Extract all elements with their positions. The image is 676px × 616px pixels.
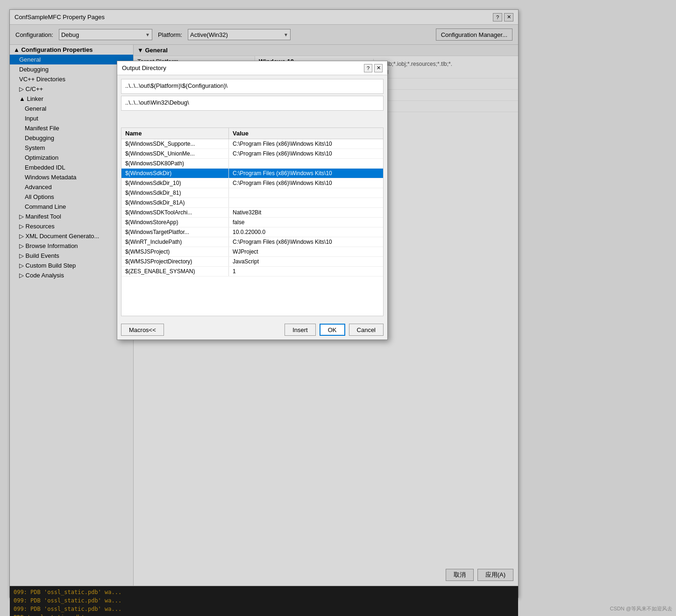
macro-cell-name-2: $(WindowsSDK80Path) xyxy=(121,159,229,168)
macros-button[interactable]: Macros<< xyxy=(121,324,164,336)
insert-button[interactable]: Insert xyxy=(285,324,316,336)
macro-cell-value-3: C:\Program Files (x86)\Windows Kits\10 xyxy=(229,169,383,178)
macro-cell-value-13: 1 xyxy=(229,267,383,276)
macro-cell-value-6 xyxy=(229,198,383,207)
macro-cell-name-12: $(WMSJSProjectDirectory) xyxy=(121,257,229,266)
macro-table[interactable]: $(WindowsSDK_Supporte...C:\Program Files… xyxy=(121,139,384,316)
macro-cell-name-8: $(WindowsStoreApp) xyxy=(121,218,229,227)
macro-cell-value-5 xyxy=(229,188,383,198)
macro-row-3[interactable]: $(WindowsSdkDir)C:\Program Files (x86)\W… xyxy=(121,169,383,178)
macro-row-5[interactable]: $(WindowsSdkDir_81) xyxy=(121,188,383,198)
macro-cell-value-12: JavaScript xyxy=(229,257,383,266)
macro-col-name-header: Name xyxy=(121,128,229,139)
macro-row-2[interactable]: $(WindowsSDK80Path) xyxy=(121,159,383,169)
dialog-bottom: Macros<< Insert OK Cancel xyxy=(117,320,387,340)
macro-row-13[interactable]: $(ZES_ENABLE_SYSMAN)1 xyxy=(121,267,383,276)
macro-cell-value-8: false xyxy=(229,218,383,227)
dialog-close-button[interactable]: ✕ xyxy=(374,64,383,72)
macro-cell-name-4: $(WindowsSdkDir_10) xyxy=(121,178,229,188)
dialog-title-buttons: ? ✕ xyxy=(364,64,383,72)
macro-row-6[interactable]: $(WindowsSdkDir_81A) xyxy=(121,198,383,208)
dialog-text-value1[interactable]: ..\..\..\out\$(Platform)\$(Configuration… xyxy=(121,79,384,94)
macro-cell-name-9: $(WindowsTargetPlatfor... xyxy=(121,227,229,237)
macro-cell-name-1: $(WindowsSDK_UnionMe... xyxy=(121,149,229,158)
macro-cell-value-11: WJProject xyxy=(229,247,383,256)
macro-row-4[interactable]: $(WindowsSdkDir_10)C:\Program Files (x86… xyxy=(121,178,383,188)
macro-cell-value-0: C:\Program Files (x86)\Windows Kits\10 xyxy=(229,139,383,149)
macro-cell-value-2 xyxy=(229,159,383,168)
dialog-title: Output Directory xyxy=(122,64,166,71)
cancel-dialog-button[interactable]: Cancel xyxy=(349,324,384,336)
macro-row-12[interactable]: $(WMSJSProjectDirectory)JavaScript xyxy=(121,257,383,267)
ok-button[interactable]: OK xyxy=(320,324,345,336)
macro-col-value-header: Value xyxy=(229,128,383,139)
macro-cell-name-10: $(WinRT_IncludePath) xyxy=(121,237,229,247)
dialog-action-buttons: Insert OK Cancel xyxy=(285,324,384,336)
dialog-text-value2[interactable]: ..\..\..\out\Win32\Debug\ xyxy=(121,96,384,111)
macro-cell-name-5: $(WindowsSdkDir_81) xyxy=(121,188,229,198)
macro-cell-name-7: $(WindowsSDKToolArchi... xyxy=(121,208,229,217)
macro-cell-value-10: C:\Program Files (x86)\Windows Kits\10 xyxy=(229,237,383,247)
macro-row-1[interactable]: $(WindowsSDK_UnionMe...C:\Program Files … xyxy=(121,149,383,159)
macro-cell-name-11: $(WMSJSProject) xyxy=(121,247,229,256)
output-directory-dialog: Output Directory ? ✕ ..\..\..\out\$(Plat… xyxy=(117,61,388,340)
dialog-title-bar: Output Directory ? ✕ xyxy=(117,61,387,75)
macro-row-11[interactable]: $(WMSJSProject)WJProject xyxy=(121,247,383,257)
macro-cell-name-0: $(WindowsSDK_Supporte... xyxy=(121,139,229,149)
macro-row-0[interactable]: $(WindowsSDK_Supporte...C:\Program Files… xyxy=(121,139,383,149)
dialog-body: ..\..\..\out\$(Platform)\$(Configuration… xyxy=(117,75,387,320)
macro-row-7[interactable]: $(WindowsSDKToolArchi...Native32Bit xyxy=(121,208,383,218)
macro-table-header: Name Value xyxy=(121,127,384,139)
macro-row-9[interactable]: $(WindowsTargetPlatfor...10.0.22000.0 xyxy=(121,227,383,237)
macro-cell-value-1: C:\Program Files (x86)\Windows Kits\10 xyxy=(229,149,383,158)
macro-cell-value-9: 10.0.22000.0 xyxy=(229,227,383,237)
macro-row-8[interactable]: $(WindowsStoreApp)false xyxy=(121,218,383,227)
macro-cell-name-13: $(ZES_ENABLE_SYSMAN) xyxy=(121,267,229,276)
dialog-spacer xyxy=(121,113,384,127)
dialog-help-button[interactable]: ? xyxy=(364,64,372,72)
macro-cell-name-6: $(WindowsSdkDir_81A) xyxy=(121,198,229,207)
macro-row-10[interactable]: $(WinRT_IncludePath)C:\Program Files (x8… xyxy=(121,237,383,247)
macro-cell-name-3: $(WindowsSdkDir) xyxy=(121,169,229,178)
macro-cell-value-7: Native32Bit xyxy=(229,208,383,217)
macro-cell-value-4: C:\Program Files (x86)\Windows Kits\10 xyxy=(229,178,383,188)
modal-overlay: Output Directory ? ✕ ..\..\..\out\$(Plat… xyxy=(0,0,676,616)
